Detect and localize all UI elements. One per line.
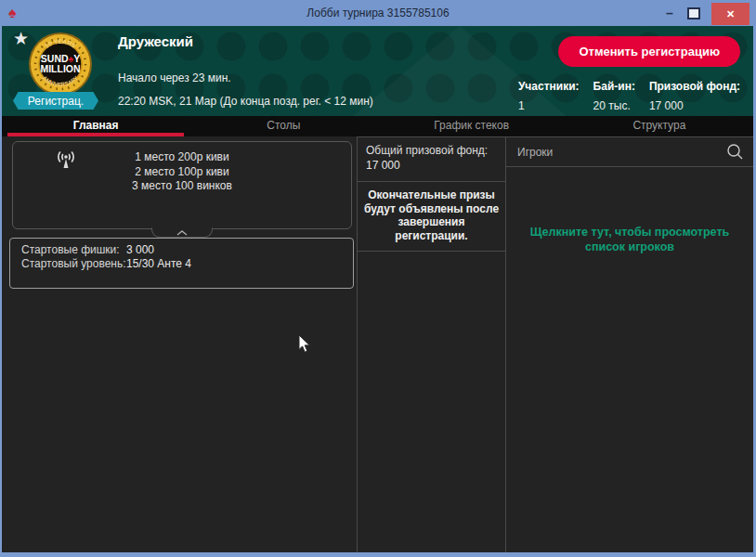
players-search-bar xyxy=(506,137,753,167)
stat-prizepool: Призовой фонд: 17 000 xyxy=(649,80,740,112)
tournament-header: ★ 10 YEARS SUND♠Y MILLION ANNIVERSARY Ре… xyxy=(2,26,753,116)
search-icon[interactable] xyxy=(726,143,744,161)
tab-main[interactable]: Главная xyxy=(2,116,189,136)
lobby-tabs: Главная Столы График стеков Структура xyxy=(2,116,753,136)
stat-value: 17 000 xyxy=(649,99,740,112)
stat-label: Призовой фонд: xyxy=(649,80,740,93)
collapse-panel-handle[interactable] xyxy=(151,227,213,238)
starting-level-label: Стартовый уровень: xyxy=(21,257,126,271)
prize-notice: Окончательные призы будут объявлены посл… xyxy=(358,182,505,252)
badge-word2: MILLION xyxy=(40,63,80,74)
chevron-up-icon xyxy=(176,230,188,236)
broadcast-icon xyxy=(52,149,80,171)
tournament-name: Дружеский xyxy=(118,33,193,49)
players-search-input[interactable] xyxy=(515,145,726,160)
total-prize-value: 17 000 xyxy=(366,158,497,173)
tab-structure[interactable]: Структура xyxy=(566,116,753,136)
prize-line: 3 место 100 винков xyxy=(13,179,351,194)
tournament-stats: Участники: 1 Бай-ин: 20 тыс. Призовой фо… xyxy=(518,80,740,112)
prize-column: Общий призовой фонд: 17 000 Окончательны… xyxy=(358,136,506,552)
starting-chips-row: Стартовые фишки: 3 000 xyxy=(21,243,353,257)
lobby-content: 1 место 200р киви 2 место 100р киви 3 ме… xyxy=(2,136,753,552)
starting-level-row: Стартовый уровень: 15/30 Анте 4 xyxy=(21,257,353,271)
stat-value: 1 xyxy=(518,99,580,112)
title-bar: ♠ Лобби турнира 3155785106 – ✕ xyxy=(0,0,756,26)
tab-stack-graph[interactable]: График стеков xyxy=(378,116,566,136)
lobby-window-body: ★ 10 YEARS SUND♠Y MILLION ANNIVERSARY Ре… xyxy=(2,26,753,552)
total-prize-label: Общий призовой фонд: xyxy=(366,144,497,158)
stat-label: Участники: xyxy=(518,80,580,93)
sunday-million-badge: 10 YEARS SUND♠Y MILLION ANNIVERSARY xyxy=(25,29,96,99)
tab-tables[interactable]: Столы xyxy=(189,116,377,136)
start-countdown: Начало через 23 мин. xyxy=(118,71,231,84)
starting-chips-label: Стартовые фишки: xyxy=(21,243,126,257)
show-players-link[interactable]: Щелкните тут, чтобы просмотреть список и… xyxy=(521,225,738,254)
window-title: Лобби турнира 3155785106 xyxy=(0,6,756,19)
players-column: Щелкните тут, чтобы просмотреть список и… xyxy=(506,136,753,552)
stat-buyin: Бай-ин: 20 тыс. xyxy=(593,80,635,112)
main-column: 1 место 200р киви 2 место 100р киви 3 ме… xyxy=(2,136,358,552)
stat-label: Бай-ин: xyxy=(593,80,635,93)
starting-chips-value: 3 000 xyxy=(126,243,154,257)
schedule-info: 22:20 MSK, 21 Мар (До конца позд. рег. <… xyxy=(118,95,373,108)
starting-level-value: 15/30 Анте 4 xyxy=(126,257,191,271)
stat-value: 20 тыс. xyxy=(593,99,635,112)
registration-status-ribbon: Регистрац. xyxy=(13,92,98,110)
announcements-panel: 1 место 200р киви 2 место 100р киви 3 ме… xyxy=(12,141,352,229)
total-prize-block: Общий призовой фонд: 17 000 xyxy=(358,137,505,182)
stat-participants: Участники: 1 xyxy=(518,80,580,112)
starting-info-panel: Стартовые фишки: 3 000 Стартовый уровень… xyxy=(9,238,354,289)
cancel-registration-button[interactable]: Отменить регистрацию xyxy=(558,36,740,67)
